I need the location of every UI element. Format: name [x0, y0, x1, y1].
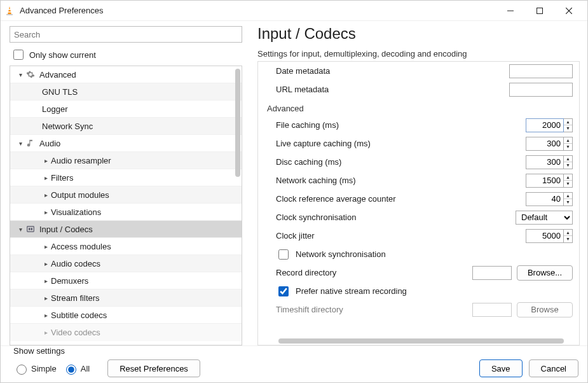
url-metadata-input[interactable] [509, 83, 573, 97]
tree-container: ▾ Advanced GNU TLS Logger Network Sync ▾… [10, 66, 242, 345]
chevron-right-icon: ▸ [42, 209, 50, 216]
network-caching-label: Network caching (ms) [276, 176, 526, 185]
tree-label: Access modules [51, 242, 111, 251]
minimize-button[interactable] [496, 1, 525, 21]
tree-node-access-modules[interactable]: ▸Access modules [10, 238, 242, 255]
tree-node-audio[interactable]: ▾ Audio [10, 135, 242, 152]
reset-preferences-button[interactable]: Reset Preferences [107, 359, 200, 377]
spin-buttons[interactable]: ▲▼ [564, 118, 573, 132]
clock-jitter-input[interactable] [526, 229, 564, 243]
tree-label: Audio resampler [51, 156, 111, 165]
prefer-native-checkbox[interactable] [278, 286, 289, 296]
clock-ref-label: Clock reference average counter [276, 194, 526, 204]
tree-label: Demuxers [51, 276, 88, 286]
tree-node-audio-resampler[interactable]: ▸Audio resampler [10, 152, 242, 169]
clock-jitter-label: Clock jitter [276, 231, 526, 240]
tree-node-gnu-tls[interactable]: GNU TLS [10, 83, 242, 101]
page-title: Input / Codecs [257, 25, 580, 43]
radio-simple-row[interactable]: Simple [13, 363, 57, 375]
network-caching-input[interactable] [526, 174, 564, 188]
clock-ref-input[interactable] [526, 192, 564, 206]
spin-buttons[interactable]: ▲▼ [564, 155, 573, 169]
save-button[interactable]: Save [479, 359, 523, 377]
date-metadata-input[interactable] [509, 64, 573, 78]
tree-scrollbar[interactable] [235, 66, 240, 345]
settings-panel: Date metadata URL metadata Advanced File… [257, 61, 580, 345]
clock-sync-select[interactable]: Default [516, 211, 573, 225]
file-caching-input[interactable] [526, 118, 564, 132]
only-show-current-row[interactable]: Only show current [11, 48, 242, 62]
radio-all-label: All [81, 364, 90, 373]
spin-down-icon: ▼ [564, 236, 572, 242]
tree-label: Video codecs [51, 328, 100, 337]
tree-node-input-codecs[interactable]: ▾ Input / Codecs [10, 221, 242, 238]
tree-node-video-codecs[interactable]: ▸Video codecs [10, 324, 242, 341]
tree-label: Audio codecs [51, 259, 100, 268]
row-file-caching: File caching (ms) ▲▼ [258, 116, 579, 134]
row-date-metadata: Date metadata [258, 62, 579, 80]
spin-down-icon: ▼ [564, 199, 572, 205]
radio-all[interactable] [66, 365, 76, 375]
window-title: Advanced Preferences [20, 6, 104, 15]
date-metadata-label: Date metadata [276, 66, 509, 76]
browse-timeshift-button[interactable]: Browse [517, 302, 573, 317]
spin-buttons[interactable]: ▲▼ [564, 229, 573, 243]
vlc-cone-icon [4, 6, 15, 16]
only-show-current-checkbox[interactable] [13, 50, 24, 60]
browse-record-button[interactable]: Browse... [517, 265, 573, 281]
tree-node-output-modules[interactable]: ▸Output modules [10, 186, 242, 204]
spin-up-icon: ▲ [564, 119, 572, 126]
spin-up-icon: ▲ [564, 230, 572, 237]
chevron-right-icon: ▸ [42, 243, 50, 250]
right-pane: Input / Codecs Settings for input, demul… [249, 21, 587, 345]
tree-node-network-sync[interactable]: Network Sync [10, 118, 242, 135]
spin-buttons[interactable]: ▲▼ [564, 137, 573, 151]
gear-icon [25, 69, 36, 80]
record-dir-input[interactable] [472, 266, 512, 280]
maximize-button[interactable] [525, 1, 554, 21]
spin-buttons[interactable]: ▲▼ [564, 174, 573, 188]
chevron-right-icon: ▸ [42, 157, 50, 164]
radio-simple[interactable] [17, 365, 27, 375]
footer: Show settings Simple All Reset Preferenc… [1, 345, 587, 383]
only-show-current-label: Only show current [29, 50, 96, 60]
row-network-synchronisation[interactable]: Network synchronisation [258, 245, 579, 263]
live-capture-label: Live capture caching (ms) [276, 139, 526, 148]
tree-node-advanced[interactable]: ▾ Advanced [10, 66, 242, 83]
spin-up-icon: ▲ [564, 193, 572, 200]
tree-node-audio-codecs[interactable]: ▸Audio codecs [10, 255, 242, 272]
tree-label: Network Sync [42, 122, 93, 131]
chevron-right-icon: ▸ [42, 260, 50, 267]
close-button[interactable] [554, 1, 584, 21]
disc-caching-input[interactable] [526, 155, 564, 169]
tree-label: Logger [42, 104, 67, 114]
tree-node-stream-filters[interactable]: ▸Stream filters [10, 289, 242, 307]
advanced-group-label: Advanced [258, 99, 579, 116]
search-input[interactable] [10, 26, 242, 43]
horizontal-scrollbar[interactable] [278, 338, 564, 344]
svg-rect-1 [6, 14, 13, 15]
spin-buttons[interactable]: ▲▼ [564, 192, 573, 206]
tree-node-demuxers[interactable]: ▸Demuxers [10, 272, 242, 289]
tree-node-subtitle-codecs[interactable]: ▸Subtitle codecs [10, 307, 242, 324]
clock-sync-label: Clock synchronisation [276, 212, 516, 222]
svg-rect-9 [29, 228, 30, 230]
tree-node-filters[interactable]: ▸Filters [10, 169, 242, 186]
url-metadata-label: URL metadata [276, 85, 509, 94]
timeshift-dir-input[interactable] [472, 303, 512, 317]
tree-label: Input / Codecs [39, 225, 93, 234]
network-sync-checkbox[interactable] [278, 249, 289, 260]
live-capture-input[interactable] [526, 137, 564, 151]
chevron-right-icon: ▸ [42, 312, 50, 319]
spin-down-icon: ▼ [564, 181, 572, 187]
tree-label: Audio [39, 139, 60, 148]
chevron-right-icon: ▸ [42, 277, 50, 284]
row-prefer-native[interactable]: Prefer native stream recording [258, 282, 579, 300]
tree-node-logger[interactable]: Logger [10, 101, 242, 118]
row-record-directory: Record directory Browse... [258, 263, 579, 282]
cancel-button[interactable]: Cancel [529, 359, 578, 377]
tree-node-visualizations[interactable]: ▸Visualizations [10, 204, 242, 221]
radio-all-row[interactable]: All [63, 363, 90, 375]
preferences-tree[interactable]: ▾ Advanced GNU TLS Logger Network Sync ▾… [10, 66, 242, 345]
svg-marker-0 [8, 6, 11, 15]
